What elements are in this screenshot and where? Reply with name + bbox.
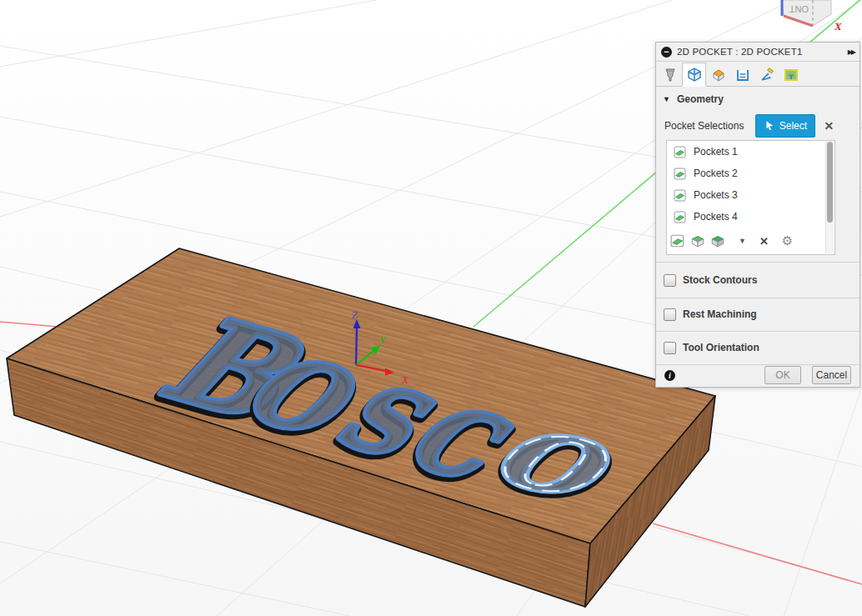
passes-tab-icon <box>734 67 751 83</box>
dialog-titlebar[interactable]: − 2D POCKET : 2D POCKET1 ▶▶ <box>656 43 859 62</box>
list-scrollbar-thumb[interactable] <box>827 142 833 223</box>
z-axis-label: Z <box>352 308 358 321</box>
list-item-pockets-3[interactable]: Pockets 3 <box>667 184 834 206</box>
linking-tab-icon <box>759 67 775 83</box>
tool-orientation-row: Tool Orientation <box>656 332 859 363</box>
pocket-face-icon <box>674 146 686 158</box>
viewcube-x-label: X <box>834 20 842 33</box>
geometry-section-header[interactable]: ▼ Geometry <box>656 87 859 112</box>
dialog-footer: i OK Cancel <box>656 363 859 387</box>
geometry-section-title: Geometry <box>677 93 724 105</box>
pocket-face-icon <box>674 189 686 202</box>
heights-tab-icon <box>710 67 727 83</box>
info-icon[interactable]: i <box>664 370 675 381</box>
dialog-tabstrip <box>656 62 859 87</box>
selection-mode-dropdown-icon[interactable]: ▼ <box>739 237 746 245</box>
viewcube-face-label: ONT <box>789 4 809 14</box>
rest-machining-label: Rest Machining <box>683 308 757 320</box>
list-scrollbar[interactable] <box>825 142 834 253</box>
stock-contours-row: Stock Contours <box>656 264 859 296</box>
pocket-item-label: Pockets 3 <box>694 189 738 201</box>
stock-contours-label: Stock Contours <box>683 274 757 286</box>
tab-tool[interactable] <box>658 63 682 86</box>
2d-pocket-dialog: − 2D POCKET : 2D POCKET1 ▶▶ <box>655 42 860 388</box>
tab-passes[interactable] <box>730 63 754 86</box>
pocket-face-icon <box>674 168 686 180</box>
remove-selection-icon[interactable]: ✕ <box>759 235 769 248</box>
collapse-triangle-icon[interactable]: ▼ <box>663 95 670 103</box>
select-button[interactable]: Select <box>755 114 815 138</box>
x-axis-label: X <box>401 373 409 386</box>
transitions-tab-icon <box>783 67 799 83</box>
cursor-arrow-icon <box>764 120 775 132</box>
geometry-tab-icon <box>686 67 703 83</box>
tool-orientation-checkbox[interactable] <box>664 342 676 354</box>
pocket-selections-label: Pocket Selections <box>664 120 744 132</box>
tab-linking[interactable] <box>754 63 779 86</box>
select-button-label: Select <box>779 120 807 132</box>
pocket-item-label: Pockets 4 <box>694 211 738 223</box>
pocket-item-label: Pockets 1 <box>694 146 738 158</box>
tool-tab-icon <box>662 67 679 83</box>
expand-panel-icon[interactable]: ▶▶ <box>848 48 854 56</box>
tab-transitions[interactable] <box>779 63 803 86</box>
rest-machining-row: Rest Machining <box>656 298 859 330</box>
open-pocket-mode-icon[interactable] <box>690 233 705 248</box>
tab-heights[interactable] <box>706 63 730 86</box>
clear-selection-icon[interactable]: ✕ <box>824 119 834 133</box>
list-item-pockets-1[interactable]: Pockets 1 <box>667 141 834 163</box>
minimize-icon[interactable]: − <box>661 47 672 58</box>
pocket-item-label: Pockets 2 <box>694 168 738 179</box>
dialog-title: 2D POCKET : 2D POCKET1 <box>677 47 803 57</box>
list-item-pockets-4[interactable]: Pockets 4 <box>667 206 834 228</box>
solid-pocket-mode-icon[interactable] <box>710 233 725 248</box>
pocket-selection-list[interactable]: Pockets 1 Pockets 2 Pockets 3 <box>666 140 835 255</box>
ok-button[interactable]: OK <box>764 366 801 384</box>
pocket-face-icon <box>674 211 686 223</box>
selection-settings-gear-icon[interactable]: ⚙ <box>782 235 793 247</box>
list-item-pockets-2[interactable]: Pockets 2 <box>667 163 834 184</box>
selection-mode-toolbar: ▼ ✕ ⚙ <box>669 231 793 251</box>
stock-contours-checkbox[interactable] <box>664 274 676 287</box>
rest-machining-checkbox[interactable] <box>664 308 676 321</box>
flat-face-mode-icon[interactable] <box>670 233 685 248</box>
divider <box>656 262 859 263</box>
fusion-cam-window: B B O O S S C C O O O <box>0 0 862 616</box>
tool-orientation-label: Tool Orientation <box>683 342 759 353</box>
tab-geometry[interactable] <box>682 63 706 87</box>
cancel-button[interactable]: Cancel <box>812 366 851 384</box>
pocket-selections-row: Pocket Selections Select ✕ <box>656 112 859 140</box>
